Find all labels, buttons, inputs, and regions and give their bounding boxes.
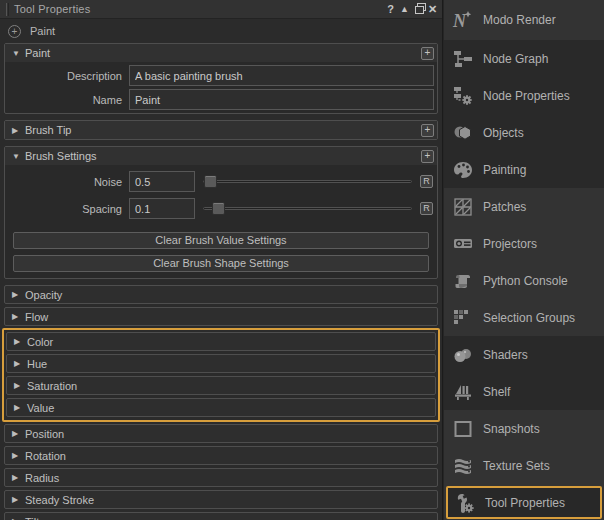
section-paint-label: Paint: [25, 47, 50, 59]
noise-input[interactable]: [129, 171, 195, 192]
sidebar-item-projectors[interactable]: Projectors: [444, 225, 604, 262]
section-brush-tip-label: Brush Tip: [25, 124, 71, 136]
section-tilt[interactable]: ▶ Tilt: [4, 512, 438, 520]
section-steady-stroke[interactable]: ▶ Steady Stroke: [4, 490, 438, 509]
sidebar-item-painting[interactable]: Painting: [444, 151, 604, 188]
description-label: Description: [5, 70, 129, 82]
panel-titlebar: Tool Properties ? ▲ ✕: [0, 0, 442, 19]
section-flow[interactable]: ▶ Flow: [4, 307, 438, 326]
tool-preset-label: Paint: [30, 25, 55, 37]
sidebar-item-node-graph[interactable]: Node Graph: [444, 40, 604, 77]
sidebar-item-label: Projectors: [483, 237, 537, 251]
section-hue[interactable]: ▶ Hue: [6, 354, 436, 373]
slider-handle[interactable]: [204, 175, 217, 188]
reset-button[interactable]: R: [420, 175, 433, 188]
patches-icon: [451, 195, 475, 219]
spacing-slider[interactable]: [203, 202, 412, 216]
sidebar-group-5: Snapshots Texture Sets Tool Properties: [444, 410, 604, 520]
collapsed-arrow-icon: ▶: [12, 126, 25, 135]
selection-groups-icon: [451, 306, 475, 330]
maximize-icon[interactable]: ▲: [398, 2, 411, 16]
clear-brush-value-settings-button[interactable]: Clear Brush Value Settings: [13, 232, 429, 249]
collapsed-arrow-icon: ▶: [12, 473, 25, 482]
section-opacity-label: Opacity: [25, 289, 62, 301]
noise-label: Noise: [5, 176, 129, 188]
sidebar-item-shaders[interactable]: Shaders: [444, 336, 604, 373]
node-graph-icon: [451, 47, 475, 71]
sidebar-group-4: Shaders Shelf: [444, 336, 604, 410]
name-input[interactable]: [129, 89, 434, 110]
section-paint-header[interactable]: ▼ Paint +: [5, 44, 437, 62]
slider-handle[interactable]: [212, 202, 225, 215]
objects-icon: [451, 121, 475, 145]
section-saturation[interactable]: ▶ Saturation: [6, 376, 436, 395]
section-steady-stroke-label: Steady Stroke: [25, 494, 94, 506]
sidebar-item-label: Selection Groups: [483, 311, 575, 325]
section-value[interactable]: ▶ Value: [6, 398, 436, 417]
section-flow-label: Flow: [25, 311, 48, 323]
section-tilt-label: Tilt: [25, 516, 39, 520]
sidebar-item-modo-render[interactable]: N Modo Render: [444, 0, 604, 40]
node-properties-icon: [451, 84, 475, 108]
projectors-icon: [451, 232, 475, 256]
slider-track[interactable]: [203, 180, 412, 183]
section-color-label: Color: [27, 336, 53, 348]
help-icon[interactable]: ?: [384, 2, 397, 16]
section-radius-label: Radius: [25, 472, 59, 484]
collapsed-arrow-icon: ▶: [14, 359, 27, 368]
highlight-box-color-sections: ▶ Color ▶ Hue ▶ Saturation ▶ Value: [2, 328, 440, 422]
tool-preset-row[interactable]: + Paint: [0, 19, 442, 43]
section-position-label: Position: [25, 428, 64, 440]
collapsed-arrow-icon: ▶: [12, 451, 25, 460]
sidebar-item-shelf[interactable]: Shelf: [444, 373, 604, 410]
sidebar-item-label: Snapshots: [483, 422, 540, 436]
panel-title: Tool Properties: [14, 3, 90, 15]
add-button[interactable]: +: [421, 124, 434, 137]
section-rotation-label: Rotation: [25, 450, 66, 462]
sidebar-item-python-console[interactable]: Python Console: [444, 262, 604, 299]
restore-shape: [415, 6, 422, 12]
name-row: Name: [5, 89, 434, 110]
sidebar-item-texture-sets[interactable]: Texture Sets: [444, 447, 604, 484]
expanded-arrow-icon: ▼: [12, 152, 25, 161]
section-brush-settings-label: Brush Settings: [25, 150, 97, 162]
close-icon[interactable]: ✕: [426, 2, 439, 16]
sidebar-item-label: Texture Sets: [483, 459, 550, 473]
circle-plus-icon[interactable]: +: [8, 25, 21, 38]
noise-slider[interactable]: [203, 175, 412, 189]
texture-sets-icon: [451, 454, 475, 478]
python-console-icon: [451, 269, 475, 293]
section-brush-settings-header[interactable]: ▼ Brush Settings +: [5, 147, 437, 165]
section-value-label: Value: [27, 402, 54, 414]
sidebar-item-selection-groups[interactable]: Selection Groups: [444, 299, 604, 336]
panel-grip[interactable]: [6, 3, 9, 16]
reset-button[interactable]: R: [420, 202, 433, 215]
modo-render-icon: N: [451, 8, 475, 32]
sidebar-item-label: Tool Properties: [485, 496, 565, 510]
section-radius[interactable]: ▶ Radius: [4, 468, 438, 487]
name-label: Name: [5, 94, 129, 106]
add-button[interactable]: +: [421, 150, 434, 163]
add-button[interactable]: +: [421, 47, 434, 60]
collapsed-arrow-icon: ▶: [14, 381, 27, 390]
restore-window-icon[interactable]: [412, 2, 425, 16]
section-brush-tip-header[interactable]: ▶ Brush Tip +: [5, 121, 437, 139]
sidebar-group-3: Patches Projectors Python Console Select…: [444, 188, 604, 336]
spacing-input[interactable]: [129, 198, 195, 219]
sidebar-item-tool-properties-active[interactable]: Tool Properties: [446, 486, 602, 519]
sidebar-item-node-properties[interactable]: Node Properties: [444, 77, 604, 114]
section-brush-settings: ▼ Brush Settings + Noise R Spacing: [4, 146, 438, 279]
slider-track[interactable]: [203, 207, 412, 210]
section-saturation-label: Saturation: [27, 380, 77, 392]
description-input[interactable]: [129, 65, 434, 86]
section-position[interactable]: ▶ Position: [4, 424, 438, 443]
shaders-icon: [451, 343, 475, 367]
sidebar-item-patches[interactable]: Patches: [444, 188, 604, 225]
sidebar-item-label: Shelf: [483, 385, 510, 399]
sidebar-item-snapshots[interactable]: Snapshots: [444, 410, 604, 447]
sidebar-item-objects[interactable]: Objects: [444, 114, 604, 151]
section-rotation[interactable]: ▶ Rotation: [4, 446, 438, 465]
section-color[interactable]: ▶ Color: [6, 332, 436, 351]
section-opacity[interactable]: ▶ Opacity: [4, 285, 438, 304]
clear-brush-shape-settings-button[interactable]: Clear Brush Shape Settings: [13, 255, 429, 272]
